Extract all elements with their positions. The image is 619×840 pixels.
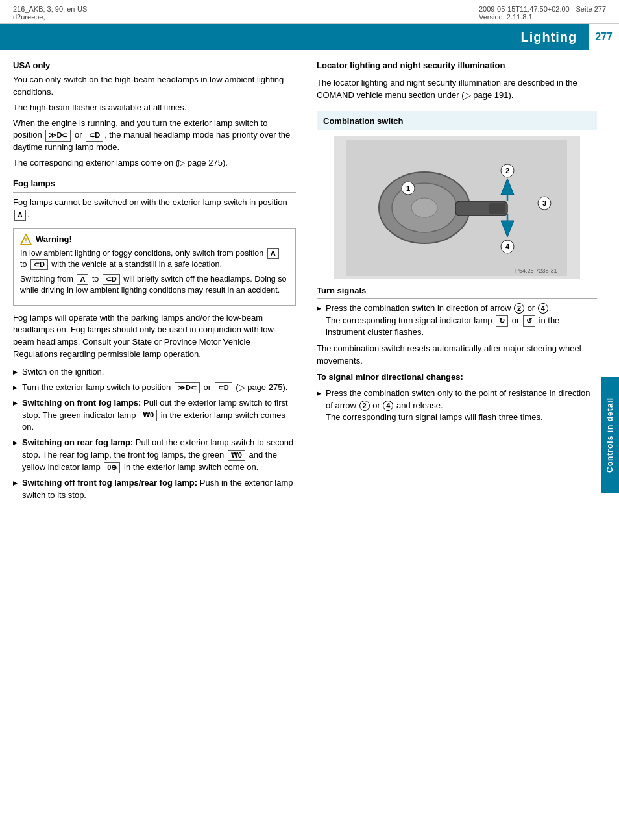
header-right-bottom: Version: 2.11.8.1: [479, 13, 606, 21]
fog-lamps-heading: Fog lamps: [13, 179, 296, 188]
svg-text:3: 3: [542, 199, 546, 207]
warning-label: Warning!: [36, 234, 72, 244]
minor-changes-bullet-1: Press the combination switch only to the…: [317, 388, 597, 425]
combination-switch-text: Combination switch: [323, 116, 404, 126]
warning-text-2: Switching from A to ⊂D will briefly swit…: [20, 274, 289, 297]
svg-text:P54.25-7238-31: P54.25-7238-31: [515, 267, 557, 274]
svg-text:4: 4: [505, 243, 510, 251]
turn-signals-bullet-1: Press the combination switch in directio…: [317, 303, 597, 340]
warning-icon: !: [20, 234, 32, 245]
right-column: Locator lighting and night security illu…: [311, 60, 597, 504]
bullet-2: Turn the exterior lamp switch to positio…: [13, 382, 296, 394]
bullet-5: Switching off front fog lamps/rear fog l…: [13, 477, 296, 502]
warning-text-1: In low ambient lighting or foggy conditi…: [20, 248, 289, 271]
bullet-4: Switching on rear fog lamp: Pull out the…: [13, 437, 296, 474]
turn-signals-heading-text: Turn signals: [317, 286, 366, 295]
bullet-1: Switch on the ignition.: [13, 366, 296, 378]
page-title-bar: Lighting 277: [0, 24, 619, 50]
header-right: 2009-05-15T11:47:50+02:00 - Seite 277 Ve…: [479, 5, 606, 21]
warning-title: ! Warning!: [20, 234, 289, 245]
turn-signals-divider: [317, 298, 597, 299]
locator-divider: [317, 73, 597, 73]
warning-box: ! Warning! In low ambient lighting or fo…: [13, 228, 296, 306]
combination-switch-label: Combination switch: [317, 111, 597, 130]
usa-only-heading: USA only: [13, 60, 296, 70]
svg-text:!: !: [25, 237, 27, 244]
locator-heading: Locator lighting and night security illu…: [317, 60, 597, 70]
usa-para-3: When the engine is running, and you turn…: [13, 117, 296, 154]
header-left-top: 216_AKB; 3; 90, en-US: [13, 5, 87, 13]
diagram-svg: 1 2 3 4 P54.25-7238-31: [346, 140, 567, 276]
usa-para-2: The high-beam flasher is available at al…: [13, 102, 296, 114]
svg-rect-7: [489, 203, 505, 214]
header-left: 216_AKB; 3; 90, en-US d2ureepe,: [13, 5, 87, 21]
usa-para-1: You can only switch on the high-beam hea…: [13, 74, 296, 99]
svg-text:1: 1: [406, 184, 410, 192]
turn-signals-list: Press the combination switch in directio…: [317, 303, 597, 340]
page-title: Lighting: [520, 30, 587, 45]
fog-para-1: Fog lamps cannot be switched on with the…: [13, 197, 296, 221]
side-tab: Controls in detail: [601, 377, 619, 493]
fog-para-2: Fog lamps will operate with the parking …: [13, 312, 296, 361]
page-number: 277: [587, 24, 619, 50]
header-right-top: 2009-05-15T11:47:50+02:00 - Seite 277: [479, 5, 606, 13]
side-tab-label: Controls in detail: [605, 397, 614, 473]
minor-changes-list: Press the combination switch only to the…: [317, 388, 597, 425]
left-column: USA only You can only switch on the high…: [13, 60, 311, 504]
turn-signals-heading: Turn signals: [317, 286, 597, 295]
main-content: USA only You can only switch on the high…: [0, 50, 619, 515]
fog-bullet-list: Switch on the ignition. Turn the exterio…: [13, 366, 296, 501]
fog-divider: [13, 192, 296, 193]
doc-header: 216_AKB; 3; 90, en-US d2ureepe, 2009-05-…: [0, 0, 619, 24]
locator-text: The locator lighting and night security …: [317, 77, 597, 102]
svg-point-5: [411, 198, 437, 217]
svg-text:2: 2: [505, 167, 509, 175]
header-left-bottom: d2ureepe,: [13, 13, 87, 21]
usa-para-4: The corresponding exterior lamps come on…: [13, 157, 296, 169]
locator-heading-text: Locator lighting and night security illu…: [317, 60, 505, 70]
combination-switch-diagram: 1 2 3 4 P54.25-7238-31: [334, 136, 580, 279]
turn-signals-para-1: The combination switch resets automatica…: [317, 343, 597, 367]
bullet-3: Switching on front fog lamps: Pull out t…: [13, 397, 296, 434]
minor-changes-heading: To signal minor directional changes:: [317, 371, 597, 384]
